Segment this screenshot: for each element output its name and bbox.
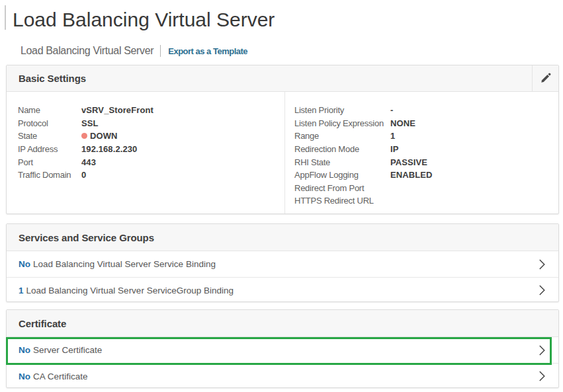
binding-count: No bbox=[19, 345, 30, 355]
ca-certificate-row[interactable]: No CA Certificate bbox=[7, 363, 558, 389]
basic-settings-title: Basic Settings bbox=[7, 73, 86, 84]
field-value: 443 bbox=[81, 157, 96, 167]
binding-label: Load Balancing Virtual Server Service Bi… bbox=[33, 259, 216, 269]
field-label: Range bbox=[294, 131, 390, 141]
service-binding-row[interactable]: No Load Balancing Virtual Server Service… bbox=[7, 251, 558, 277]
field-label: Redirect From Port bbox=[294, 183, 390, 193]
field-protocol: Protocol SSL bbox=[18, 117, 284, 130]
field-label: IP Address bbox=[18, 144, 81, 154]
field-https-redirect-url: HTTPS Redirect URL bbox=[294, 194, 558, 208]
breadcrumb: Load Balancing Virtual Server bbox=[21, 45, 153, 57]
basic-settings-right-column: Listen Priority - Listen Policy Expressi… bbox=[285, 92, 558, 214]
services-title: Services and Service Groups bbox=[7, 232, 154, 243]
basic-settings-left-column: Name vSRV_StoreFront Protocol SSL State … bbox=[7, 92, 285, 214]
field-value: vSRV_StoreFront bbox=[81, 105, 153, 115]
field-appflow-logging: AppFlow Logging ENABLED bbox=[294, 169, 558, 182]
basic-settings-panel: Basic Settings Name vSRV_StoreFront Pro bbox=[6, 65, 559, 214]
field-listen-priority: Listen Priority - bbox=[294, 104, 558, 117]
field-rhi-state: RHI State PASSIVE bbox=[294, 155, 558, 169]
page-header: Load Balancing Virtual Server bbox=[5, 5, 275, 30]
breadcrumb-row: Load Balancing Virtual Server Export as … bbox=[21, 42, 247, 59]
field-label: Redirection Mode bbox=[294, 144, 390, 154]
load-balancing-virtual-server-page: Load Balancing Virtual Server Load Balan… bbox=[0, 0, 563, 392]
binding-count: No bbox=[19, 372, 30, 381]
field-value: 192.168.2.230 bbox=[81, 144, 137, 154]
field-value: 1 bbox=[390, 131, 395, 141]
field-label: Traffic Domain bbox=[18, 170, 81, 180]
binding-count: 1 bbox=[19, 286, 24, 295]
field-value: IP bbox=[390, 144, 398, 154]
field-value: ENABLED bbox=[390, 170, 433, 180]
field-name: Name vSRV_StoreFront bbox=[18, 104, 284, 117]
servicegroup-binding-row[interactable]: 1 Load Balancing Virtual Server ServiceG… bbox=[7, 277, 558, 303]
field-value: - bbox=[390, 105, 393, 115]
field-label: Listen Policy Expression bbox=[294, 118, 390, 128]
breadcrumb-divider bbox=[160, 45, 161, 57]
state-text: DOWN bbox=[90, 131, 118, 141]
field-label: Port bbox=[18, 157, 81, 167]
field-range: Range 1 bbox=[294, 130, 558, 143]
binding-label: Load Balancing Virtual Server ServiceGro… bbox=[26, 286, 234, 295]
field-redirect-from-port: Redirect From Port bbox=[294, 182, 558, 195]
certificate-header: Certificate bbox=[7, 310, 558, 337]
field-label: Listen Priority bbox=[294, 105, 390, 115]
pencil-icon bbox=[540, 73, 551, 84]
chevron-right-icon bbox=[539, 259, 545, 270]
field-listen-policy-expression: Listen Policy Expression NONE bbox=[294, 117, 558, 130]
services-panel: Services and Service Groups No Load Bala… bbox=[6, 223, 559, 302]
field-redirection-mode: Redirection Mode IP bbox=[294, 143, 558, 156]
edit-basic-settings-button[interactable] bbox=[532, 65, 558, 91]
field-label: AppFlow Logging bbox=[294, 170, 390, 180]
chevron-right-icon bbox=[539, 285, 545, 295]
basic-settings-header: Basic Settings bbox=[7, 65, 558, 92]
field-traffic-domain: Traffic Domain 0 bbox=[18, 169, 284, 182]
field-label: State bbox=[18, 131, 81, 141]
services-header: Services and Service Groups bbox=[7, 224, 558, 251]
binding-count: No bbox=[19, 259, 30, 269]
chevron-right-icon bbox=[539, 345, 545, 356]
page-title: Load Balancing Virtual Server bbox=[13, 9, 275, 31]
field-ip-address: IP Address 192.168.2.230 bbox=[18, 143, 284, 156]
basic-settings-body: Name vSRV_StoreFront Protocol SSL State … bbox=[7, 92, 558, 214]
field-value: 0 bbox=[81, 170, 86, 180]
field-label: RHI State bbox=[294, 157, 390, 167]
export-as-template-link[interactable]: Export as a Template bbox=[168, 46, 247, 56]
field-value: NONE bbox=[390, 118, 415, 128]
field-value: PASSIVE bbox=[390, 157, 427, 167]
server-certificate-row[interactable]: No Server Certificate bbox=[7, 337, 558, 363]
binding-label: Server Certificate bbox=[33, 345, 102, 355]
field-label: HTTPS Redirect URL bbox=[294, 196, 390, 206]
field-label: Protocol bbox=[18, 118, 81, 128]
field-label: Name bbox=[18, 105, 81, 115]
certificate-title: Certificate bbox=[7, 318, 66, 329]
state-down-dot bbox=[81, 133, 87, 139]
chevron-right-icon bbox=[539, 371, 545, 381]
field-value: SSL bbox=[81, 118, 99, 128]
field-port: Port 443 bbox=[18, 155, 284, 169]
field-state: State DOWN bbox=[18, 130, 284, 143]
field-value: DOWN bbox=[81, 131, 118, 141]
binding-label: CA Certificate bbox=[33, 372, 88, 381]
certificate-panel: Certificate No Server Certificate No CA … bbox=[6, 309, 559, 388]
